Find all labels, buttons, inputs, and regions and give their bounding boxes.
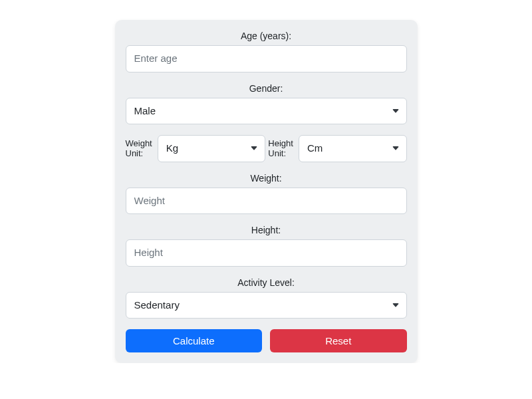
activity-group: Activity Level: Sedentary bbox=[126, 277, 407, 319]
height-unit-select[interactable]: Cm In bbox=[299, 135, 407, 162]
gender-select[interactable]: Male Female bbox=[126, 98, 407, 125]
weight-input[interactable] bbox=[126, 188, 407, 215]
gender-group: Gender: Male Female bbox=[126, 83, 407, 125]
activity-select[interactable]: Sedentary bbox=[126, 292, 407, 319]
reset-button[interactable]: Reset bbox=[270, 329, 407, 352]
height-group: Height: bbox=[126, 225, 407, 267]
weight-group: Weight: bbox=[126, 173, 407, 215]
height-input[interactable] bbox=[126, 239, 407, 267]
button-row: Calculate Reset bbox=[126, 329, 407, 352]
height-label: Height: bbox=[126, 225, 407, 235]
weight-unit-select[interactable]: Kg Lbs bbox=[158, 135, 266, 162]
weight-label: Weight: bbox=[126, 173, 407, 184]
calculator-card: Age (years): Gender: Male Female WeightU… bbox=[115, 20, 418, 363]
unit-row: WeightUnit: Kg Lbs HeightUnit: Cm In bbox=[126, 135, 407, 162]
height-unit-label-col: HeightUnit: bbox=[268, 138, 296, 159]
weight-unit-label: WeightUnit: bbox=[126, 138, 152, 159]
weight-unit-select-col: Kg Lbs bbox=[158, 135, 266, 162]
activity-label: Activity Level: bbox=[126, 277, 407, 288]
weight-unit-label-col: WeightUnit: bbox=[126, 138, 155, 159]
height-unit-select-col: Cm In bbox=[299, 135, 407, 162]
calculate-button[interactable]: Calculate bbox=[126, 329, 263, 352]
age-input[interactable] bbox=[126, 45, 407, 72]
gender-label: Gender: bbox=[126, 83, 407, 94]
age-group: Age (years): bbox=[126, 31, 407, 72]
height-unit-label: HeightUnit: bbox=[268, 138, 293, 159]
age-label: Age (years): bbox=[126, 31, 407, 41]
